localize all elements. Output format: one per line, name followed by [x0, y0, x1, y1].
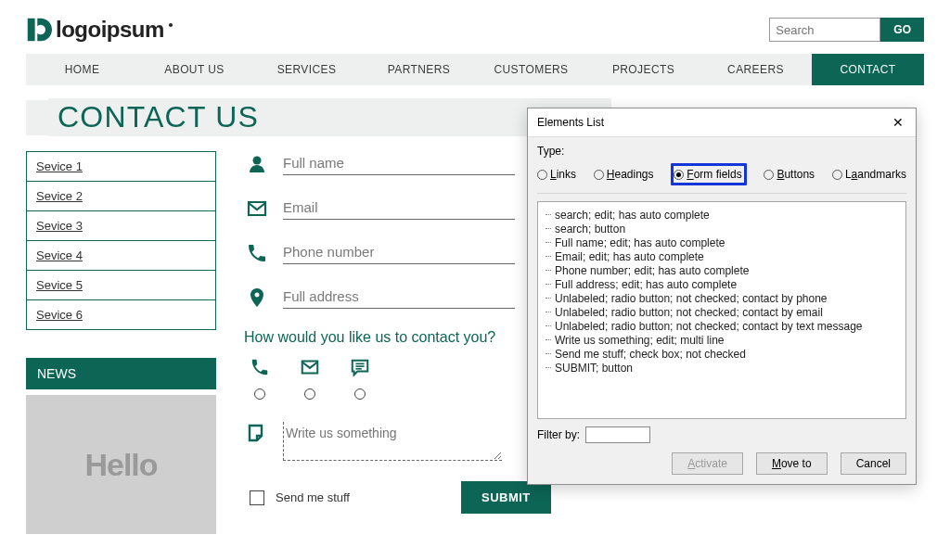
- service-3[interactable]: Sevice 3: [27, 211, 215, 241]
- nav-partners[interactable]: PARTNERS: [363, 54, 475, 85]
- elements-list-dialog: Elements List ✕ Type: Links Headings For…: [527, 108, 917, 485]
- radio-contact-text[interactable]: [354, 388, 366, 400]
- text-option-icon: [350, 357, 370, 381]
- filter-label: Filter by:: [537, 428, 580, 441]
- list-item[interactable]: search; button: [546, 222, 898, 235]
- phone-option-icon: [250, 357, 270, 381]
- activate-button[interactable]: AActivatectivate: [672, 452, 743, 475]
- type-links[interactable]: Links: [537, 168, 576, 181]
- nav-contact[interactable]: CONTACT: [812, 54, 924, 85]
- service-6[interactable]: Sevice 6: [27, 300, 215, 329]
- nav-careers[interactable]: CAREERS: [700, 54, 812, 85]
- svg-rect-0: [28, 19, 35, 42]
- list-item[interactable]: Unlabeled; radio button; not checked; co…: [546, 305, 898, 319]
- service-4[interactable]: Sevice 4: [27, 241, 215, 271]
- type-form-fields[interactable]: Form fields: [671, 163, 746, 185]
- search-input[interactable]: [769, 18, 880, 42]
- nav-customers[interactable]: CUSTOMERS: [475, 54, 587, 85]
- type-headings[interactable]: Headings: [594, 168, 654, 181]
- logo-dot-icon: [169, 23, 173, 27]
- list-item[interactable]: Unlabeled; radio button; not checked; co…: [546, 319, 898, 333]
- full-name-field[interactable]: [283, 151, 515, 175]
- location-icon: [244, 286, 270, 309]
- send-stuff-checkbox[interactable]: [250, 490, 264, 505]
- service-5[interactable]: Sevice 5: [27, 271, 215, 300]
- dialog-title: Elements List: [537, 116, 604, 129]
- logo-text: logoipsum: [56, 17, 164, 43]
- list-item[interactable]: Full name; edit; has auto complete: [546, 235, 898, 249]
- logo-icon: [26, 17, 52, 43]
- phone-icon: [244, 242, 270, 264]
- logo[interactable]: logoipsum: [26, 17, 173, 43]
- email-field[interactable]: [283, 196, 515, 220]
- title-accent: [26, 100, 48, 135]
- mail-icon: [244, 197, 270, 220]
- radio-contact-phone[interactable]: [254, 388, 265, 400]
- nav-services[interactable]: SERVICES: [250, 54, 363, 85]
- search: GO: [769, 18, 924, 42]
- list-item[interactable]: Unlabeled; radio button; not checked; co…: [546, 291, 898, 305]
- list-item[interactable]: Full address; edit; has auto complete: [546, 277, 898, 291]
- svg-point-2: [253, 157, 262, 165]
- list-item[interactable]: SUBMIT; button: [546, 361, 898, 375]
- address-field[interactable]: [283, 285, 515, 309]
- news-heading: NEWS: [26, 358, 216, 389]
- list-item[interactable]: Phone number; edit; has auto complete: [546, 263, 898, 277]
- news-text: Hello: [84, 447, 157, 483]
- nav-about[interactable]: ABOUT US: [138, 54, 250, 85]
- svg-point-1: [36, 25, 46, 35]
- main-nav: HOME ABOUT US SERVICES PARTNERS CUSTOMER…: [26, 54, 924, 85]
- person-icon: [244, 153, 270, 175]
- list-item[interactable]: Send me stuff; check box; not checked: [546, 347, 898, 361]
- radio-contact-email[interactable]: [304, 388, 315, 400]
- service-1[interactable]: Sevice 1: [27, 152, 215, 182]
- list-item[interactable]: Write us something; edit; multi line: [546, 333, 898, 347]
- submit-button[interactable]: SUBMIT: [461, 481, 551, 514]
- send-stuff-label: Send me stuff: [276, 490, 350, 504]
- type-buttons[interactable]: Buttons: [764, 168, 815, 181]
- list-item[interactable]: Email; edit; has auto complete: [546, 249, 898, 263]
- elements-listbox[interactable]: search; edit; has auto complete search; …: [537, 201, 906, 419]
- type-landmarks[interactable]: Laandmarks: [832, 168, 906, 181]
- search-button[interactable]: GO: [880, 18, 924, 42]
- news-placeholder: Hello: [26, 395, 216, 534]
- move-to-button[interactable]: Move toMove to: [756, 452, 828, 475]
- service-2[interactable]: Sevice 2: [27, 182, 215, 211]
- list-item[interactable]: search; edit; has auto complete: [546, 208, 898, 222]
- email-option-icon: [300, 357, 320, 381]
- cancel-button[interactable]: Cancel: [841, 452, 906, 475]
- nav-projects[interactable]: PROJECTS: [587, 54, 700, 85]
- type-label: Type:: [537, 145, 906, 158]
- note-icon: [244, 422, 270, 444]
- filter-input[interactable]: [585, 426, 650, 443]
- services-list: Sevice 1 Sevice 2 Sevice 3 Sevice 4 Sevi…: [26, 151, 216, 330]
- nav-home[interactable]: HOME: [26, 54, 138, 85]
- message-field[interactable]: [283, 422, 502, 461]
- phone-field[interactable]: [283, 240, 515, 264]
- close-icon[interactable]: ✕: [888, 113, 908, 132]
